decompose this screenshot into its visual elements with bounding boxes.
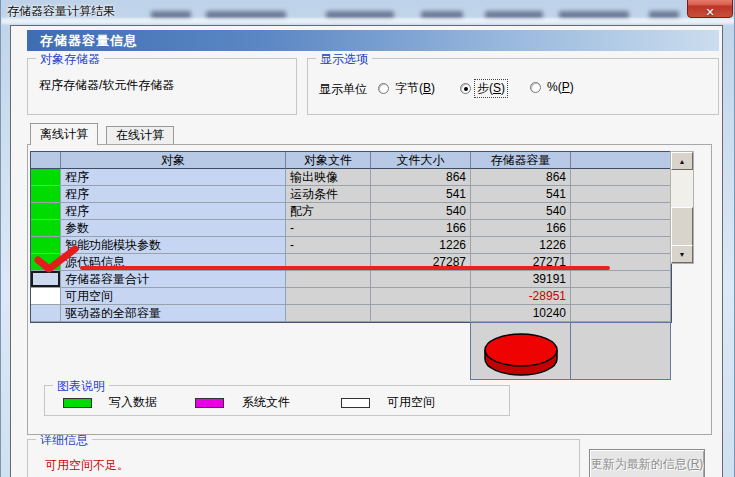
file-cell: - [286, 237, 371, 254]
scroll-down-button[interactable]: ▼ [671, 245, 693, 263]
legend-swatch-write-data [63, 398, 92, 408]
extra-cell [571, 169, 671, 186]
legend-label: 图表说明 [53, 378, 109, 395]
pie-chart-cell [470, 322, 571, 380]
legend-swatch-system-files [195, 398, 224, 408]
section-banner: 存储器容量信息 [27, 30, 719, 51]
total-swatch-cell [31, 271, 61, 288]
free-space-swatch-cell [31, 288, 61, 305]
chart-empty-cell [570, 322, 671, 380]
file-cell: - [286, 220, 371, 237]
col-header-extra [571, 152, 671, 169]
red-underline-annotation [80, 266, 610, 270]
scroll-up-button[interactable]: ▲ [671, 152, 693, 170]
dialog-client: 存储器容量信息 对象存储器 程序存储器/软元件存储器 显示选项 显示单位 字节(… [10, 25, 723, 477]
details-groupbox: 详细信息 可用空间不足。 [27, 439, 580, 477]
capacity-cell: 541 [471, 186, 571, 203]
capacity-cell: 540 [471, 203, 571, 220]
update-info-button[interactable]: 更新为最新的信息(R) [589, 449, 705, 477]
legend-item-write-data: 写入数据 [109, 394, 157, 411]
details-message: 可用空间不足。 [45, 457, 129, 474]
legend-item-system-files: 系统文件 [242, 394, 290, 411]
total-label-cell: 存储器容量合计 [61, 271, 286, 288]
radio-icon [460, 83, 471, 94]
window-title: 存储器容量计算结果 [7, 3, 115, 20]
drive-capacity-label-cell: 驱动器的全部容量 [61, 305, 286, 322]
target-cell: 程序 [61, 169, 286, 186]
capacity-table: 对象 对象文件 文件大小 存储器容量 程序 输出映像 864 864 程序 运动… [30, 151, 672, 323]
radio-unit-steps[interactable]: 步(S) [460, 80, 507, 97]
col-header-file: 对象文件 [286, 152, 371, 169]
free-space-capacity-cell: -28951 [471, 288, 571, 305]
filesize-cell: 1226 [371, 237, 471, 254]
target-cell: 程序 [61, 186, 286, 203]
display-unit-label: 显示单位 [319, 81, 367, 98]
extra-cell [571, 203, 671, 220]
file-cell [286, 288, 371, 305]
swatch-cell [31, 305, 61, 322]
target-cell: 参数 [61, 220, 286, 237]
swatch-cell [31, 186, 61, 203]
tab-offline-calc[interactable]: 离线计算 [30, 123, 98, 145]
capacity-cell: 1226 [471, 237, 571, 254]
close-icon: ✕ [705, 6, 714, 18]
target-memory-groupbox: 对象存储器 程序存储器/软元件存储器 [27, 58, 297, 115]
col-header-filesize: 文件大小 [371, 152, 471, 169]
file-cell [286, 305, 371, 322]
extra-cell [571, 237, 671, 254]
extra-cell [571, 271, 671, 288]
radio-unit-bytes[interactable]: 字节(B) [378, 80, 437, 97]
target-memory-label: 对象存储器 [36, 51, 104, 68]
capacity-cell: 166 [471, 220, 571, 237]
radio-icon [378, 83, 389, 94]
drive-capacity-cell: 10240 [471, 305, 571, 322]
radio-unit-percent[interactable]: %(P) [530, 80, 576, 94]
filesize-cell [371, 288, 471, 305]
swatch-cell [31, 169, 61, 186]
titlebar[interactable]: 存储器容量计算结果 ✕ [1, 0, 735, 25]
extra-cell [571, 305, 671, 322]
target-cell: 程序 [61, 203, 286, 220]
col-header-target: 对象 [61, 152, 286, 169]
legend-swatch-free-space [341, 398, 370, 408]
red-checkmark-annotation [32, 245, 80, 273]
filesize-cell: 540 [371, 203, 471, 220]
extra-cell [571, 220, 671, 237]
legend-item-free-space: 可用空间 [387, 394, 435, 411]
table-scrollbar[interactable]: ▲ ▼ [670, 151, 694, 264]
filesize-cell [371, 305, 471, 322]
pie-chart [471, 323, 571, 379]
target-cell: 智能功能模块参数 [61, 237, 286, 254]
scrollbar-thumb[interactable] [671, 207, 693, 246]
col-header-swatch [31, 152, 61, 169]
memory-capacity-dialog: 存储器容量计算结果 ✕ 存储器容量信息 对象存储器 程序存储器/软元件存储器 显… [0, 0, 735, 477]
close-button[interactable]: ✕ [687, 0, 733, 18]
swatch-cell [31, 203, 61, 220]
file-cell: 配方 [286, 203, 371, 220]
filesize-cell [371, 271, 471, 288]
tab-online-calc[interactable]: 在线计算 [106, 126, 174, 144]
display-options-label: 显示选项 [316, 51, 372, 68]
banner-title: 存储器容量信息 [40, 33, 138, 48]
arrow-up-icon: ▲ [679, 158, 686, 165]
filesize-cell: 864 [371, 169, 471, 186]
file-cell [286, 271, 371, 288]
target-memory-value: 程序存储器/软元件存储器 [39, 77, 174, 94]
filesize-cell: 166 [371, 220, 471, 237]
extra-cell [571, 186, 671, 203]
free-space-label-cell: 可用空间 [61, 288, 286, 305]
extra-cell [571, 288, 671, 305]
display-options-groupbox: 显示选项 显示单位 字节(B) 步(S) %(P) [307, 58, 719, 115]
col-header-capacity: 存储器容量 [471, 152, 571, 169]
arrow-down-icon: ▼ [679, 251, 686, 258]
file-cell: 运动条件 [286, 186, 371, 203]
capacity-cell: 864 [471, 169, 571, 186]
swatch-cell [31, 220, 61, 237]
file-cell: 输出映像 [286, 169, 371, 186]
filesize-cell: 541 [371, 186, 471, 203]
total-capacity-cell: 39191 [471, 271, 571, 288]
legend-groupbox: 图表说明 写入数据 系统文件 可用空间 [44, 385, 510, 416]
radio-icon [530, 82, 541, 93]
